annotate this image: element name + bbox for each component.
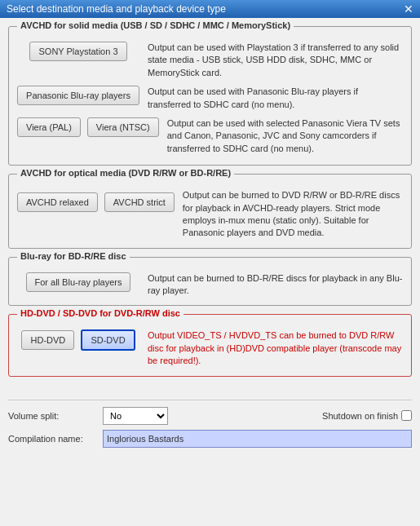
sddvd-button[interactable]: SD-DVD (81, 329, 135, 351)
panasonic-bluray-row: Panasonic Blu-ray players Output can be … (17, 86, 403, 111)
bluray-button-col: For all Blu-ray players (17, 272, 139, 292)
avchd-optical-row: AVCHD relaxed AVCHD strict Output can be… (17, 189, 403, 240)
ps3-desc: Output can be used with Playstation 3 if… (148, 42, 403, 79)
avchd-optical-desc: Output can be burned to DVD R/RW or BD-R… (183, 189, 403, 240)
avchd-solid-section: AVCHD for solid media (USB / SD / SDHC /… (8, 26, 412, 166)
avchd-optical-section: AVCHD for optical media (DVD R/RW or BD-… (8, 174, 412, 249)
title-bar: Select destination media and playback de… (0, 0, 420, 18)
sony-playstation-button[interactable]: SONY Playstation 3 (29, 42, 126, 61)
avchd-strict-button[interactable]: AVCHD strict (104, 192, 175, 212)
footer-divider (8, 400, 412, 400)
panasonic-bluray-col: Panasonic Blu-ray players (17, 86, 139, 105)
compilation-input[interactable] (103, 430, 412, 448)
viera-row: Viera (PAL) Viera (NTSC) Output can be u… (17, 117, 403, 155)
ps3-button-col: SONY Playstation 3 (17, 42, 139, 61)
hddvd-row: HD-DVD SD-DVD Output VIDEO_TS / HVDVD_TS… (17, 329, 403, 367)
hddvd-button[interactable]: HD-DVD (21, 330, 74, 350)
shutdown-label: Shutdown on finish (322, 411, 398, 421)
dialog-title: Select destination media and playback de… (7, 3, 226, 15)
bluray-desc: Output can be burned to BD-R/RE discs fo… (148, 272, 403, 298)
shutdown-area: Shutdown on finish (322, 410, 412, 421)
bluray-row: For all Blu-ray players Output can be bu… (17, 272, 403, 298)
dialog-body: AVCHD for solid media (USB / SD / SDHC /… (0, 18, 420, 393)
volume-split-select[interactable]: No Yes (103, 407, 168, 425)
volume-split-row: Volume split: No Yes Shutdown on finish (8, 407, 412, 425)
bluray-title: Blu-ray for BD-R/RE disc (17, 251, 130, 261)
compilation-label: Compilation name: (8, 434, 98, 444)
avchd-solid-title: AVCHD for solid media (USB / SD / SDHC /… (17, 20, 294, 30)
panasonic-bluray-button[interactable]: Panasonic Blu-ray players (17, 86, 139, 105)
panasonic-bluray-desc: Output can be used with Panasonic Blu-ra… (148, 86, 403, 111)
bluray-section: Blu-ray for BD-R/RE disc For all Blu-ray… (8, 257, 412, 307)
close-button[interactable]: ✕ (404, 3, 413, 15)
avchd-buttons-col: AVCHD relaxed AVCHD strict (17, 189, 175, 212)
viera-buttons-col: Viera (PAL) Viera (NTSC) (17, 117, 159, 137)
hddvd-title: HD-DVD / SD-DVD for DVD-R/RW disc (17, 308, 183, 318)
footer-area: Volume split: No Yes Shutdown on finish … (0, 393, 420, 456)
viera-desc: Output can be used with selected Panason… (167, 117, 403, 155)
all-bluray-players-button[interactable]: For all Blu-ray players (26, 272, 131, 292)
hddvd-buttons-col: HD-DVD SD-DVD (17, 329, 139, 351)
shutdown-checkbox[interactable] (401, 410, 412, 421)
compilation-row: Compilation name: (8, 430, 412, 448)
hddvd-section: HD-DVD / SD-DVD for DVD-R/RW disc HD-DVD… (8, 314, 412, 376)
avchd-optical-title: AVCHD for optical media (DVD R/RW or BD-… (17, 168, 234, 178)
hddvd-desc: Output VIDEO_TS / HVDVD_TS can be burned… (148, 329, 403, 367)
viera-pal-button[interactable]: Viera (PAL) (17, 117, 81, 137)
avchd-relaxed-button[interactable]: AVCHD relaxed (17, 192, 98, 212)
viera-ntsc-button[interactable]: Viera (NTSC) (87, 117, 159, 137)
volume-split-label: Volume split: (8, 411, 98, 421)
ps3-row: SONY Playstation 3 Output can be used wi… (17, 42, 403, 79)
